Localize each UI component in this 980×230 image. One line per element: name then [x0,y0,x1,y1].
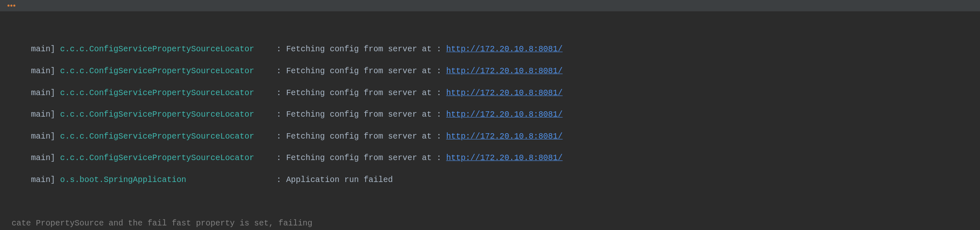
log-line: main] c.c.c.ConfigServicePropertySourceL… [12,44,980,55]
thread-name: main] [31,67,56,76]
separator: : [272,175,286,184]
log-message: Fetching config from server at : [286,153,446,163]
tab-item[interactable] [3,4,22,7]
log-line: main] c.c.c.ConfigServicePropertySourceL… [12,109,980,120]
logger-name: o.s.boot.SpringApplication [60,175,272,185]
log-line: main] c.c.c.ConfigServicePropertySourceL… [12,66,980,77]
config-server-url-link[interactable]: http://172.20.10.8:8081/ [446,89,563,98]
thread-name: main] [31,89,56,98]
log-message: Fetching config from server at : [286,110,446,119]
config-server-url-link[interactable]: http://172.20.10.8:8081/ [446,110,563,119]
logger-name: c.c.c.ConfigServicePropertySourceLocator [60,131,272,142]
logger-name: c.c.c.ConfigServicePropertySourceLocator [60,88,272,98]
logger-name: c.c.c.ConfigServicePropertySourceLocator [60,109,272,120]
log-line: main] c.c.c.ConfigServicePropertySourceL… [12,88,980,98]
separator: : [272,153,286,163]
logger-name: c.c.c.ConfigServicePropertySourceLocator [60,44,272,55]
config-server-url-link[interactable]: http://172.20.10.8:8081/ [446,45,563,54]
config-server-url-link[interactable]: http://172.20.10.8:8081/ [446,132,563,141]
thread-name: main] [31,45,56,54]
blank-line [12,196,980,207]
tab-bar [0,0,980,12]
stacktrace-line: cate PropertySource and the fail fast pr… [12,218,980,229]
config-server-url-link[interactable]: http://172.20.10.8:8081/ [446,153,563,163]
console-output[interactable]: main] c.c.c.ConfigServicePropertySourceL… [0,12,980,230]
log-line: main] c.c.c.ConfigServicePropertySourceL… [12,131,980,142]
thread-name: main] [31,153,56,163]
thread-name: main] [31,132,56,141]
stack-text: cate PropertySource and the fail fast pr… [12,219,313,228]
thread-name: main] [31,175,56,184]
log-line: main] o.s.boot.SpringApplication : Appli… [12,175,980,185]
log-message: Fetching config from server at : [286,132,446,141]
log-line: main] c.c.c.ConfigServicePropertySourceL… [12,153,980,163]
log-message: Fetching config from server at : [286,67,446,76]
separator: : [272,67,286,76]
thread-name: main] [31,110,56,119]
separator: : [272,132,286,141]
tab-dots-icon [7,5,15,7]
log-message: Fetching config from server at : [286,45,446,54]
config-server-url-link[interactable]: http://172.20.10.8:8081/ [446,67,563,76]
separator: : [272,45,286,54]
separator: : [272,89,286,98]
logger-name: c.c.c.ConfigServicePropertySourceLocator [60,153,272,163]
log-message: Fetching config from server at : [286,89,446,98]
separator: : [272,110,286,119]
logger-name: c.c.c.ConfigServicePropertySourceLocator [60,66,272,77]
log-message: Application run failed [286,175,393,184]
